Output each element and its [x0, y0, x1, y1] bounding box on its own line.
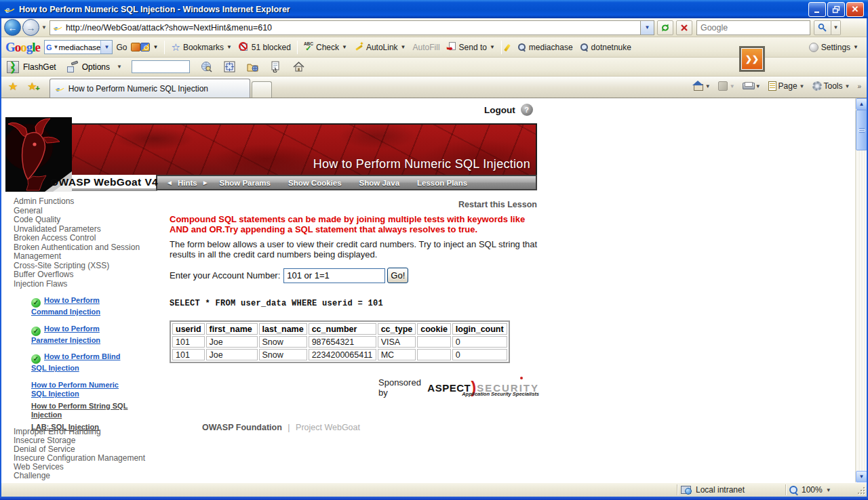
address-field[interactable]: e http://neo/WebGoat/attack?show=NextHin…	[50, 20, 641, 35]
tab-favicon-icon: e	[55, 84, 64, 93]
address-dropdown-icon[interactable]: ▼	[641, 20, 654, 35]
spellcheck-button[interactable]: ABC✓ Check▼	[300, 39, 351, 56]
favorites-star-icon[interactable]: ★	[8, 80, 18, 93]
forward-button[interactable]: →	[22, 19, 39, 36]
zone-label: Local intranet	[696, 485, 745, 495]
toolbar-search-input[interactable]	[696, 20, 810, 35]
lesson-banner: How to Perform Numeric SQL Injection	[71, 123, 537, 175]
g-dropdown-icon[interactable]: ▼	[54, 44, 59, 50]
add-favorite-icon[interactable]: ★	[27, 80, 37, 93]
home-button[interactable]: ▼	[690, 79, 713, 93]
go-button[interactable]: Go!	[387, 268, 408, 283]
page-menu-button[interactable]: Page▼	[766, 79, 808, 93]
resize-grip[interactable]	[856, 485, 865, 495]
lesson-hint-text: Compound SQL statements can be made by j…	[170, 215, 541, 234]
help-button[interactable]: ?	[521, 104, 533, 116]
search-site-icon[interactable]	[131, 43, 140, 51]
lesson-link-numeric-sql-injection[interactable]: How to Perform Numeric SQL Injection	[31, 381, 119, 398]
toolbar-overflow-icon[interactable]: »	[857, 83, 861, 90]
settings-button[interactable]: Settings▼	[806, 39, 863, 56]
sidebar-item-broken-authentication[interactable]: Broken Authentication and Session Manage…	[14, 243, 159, 262]
search-web-icon[interactable]	[140, 43, 150, 51]
magnifier-icon	[580, 43, 589, 51]
lesson-link-string-sql-injection[interactable]: How to Perform String SQL Injection	[31, 402, 127, 419]
zoom-control[interactable]: 100% ▼	[789, 485, 852, 495]
popup-blocker-button[interactable]: 51 blocked	[235, 39, 294, 56]
status-bar: Local intranet 100% ▼	[1, 482, 867, 497]
lesson-link-command-injection[interactable]: How to Perform Command Injection	[31, 296, 100, 316]
sidebar-item-admin-functions[interactable]: Admin Functions	[14, 197, 159, 207]
sidebar-item-xss[interactable]: Cross-Site Scripting (XSS)	[14, 262, 159, 271]
lesson-link-blind-sql-injection[interactable]: How to Perform Blind SQL Injection	[31, 352, 120, 372]
ie-window: { "colors": { "titlebar_blue": "#0450cd"…	[0, 0, 868, 500]
search-go-button[interactable]	[814, 20, 831, 35]
title-bar: e How to Perform Numeric SQL Injection -…	[0, 0, 868, 18]
restart-lesson-link[interactable]: Restart this Lesson	[170, 200, 537, 209]
flashget-search-input[interactable]	[132, 60, 190, 73]
highlighter-icon[interactable]	[505, 43, 514, 52]
feeds-button[interactable]: ▼	[715, 79, 738, 93]
flashget-dropzone-icon[interactable]: ❯❯	[739, 46, 765, 72]
zoom-level: 100%	[802, 485, 823, 495]
vertical-scrollbar[interactable]: ▲ ▼	[855, 98, 867, 482]
tools-menu-button[interactable]: Tools▼	[810, 79, 853, 93]
sidebar-item-broken-access-control[interactable]: Broken Access Control	[14, 234, 159, 243]
home-icon[interactable]	[292, 61, 305, 73]
col-userid: userid	[172, 323, 205, 335]
menu-show-params[interactable]: Show Params	[211, 179, 279, 187]
flashget-label[interactable]: FlashGet	[23, 62, 56, 72]
back-button[interactable]: ←	[4, 19, 21, 36]
restore-button[interactable]	[827, 2, 845, 17]
menu-hints[interactable]: Hints	[175, 179, 200, 187]
print-button[interactable]: ▼	[740, 80, 764, 93]
google-search-combo[interactable]: G ▼ ▼	[44, 40, 113, 54]
search-options-dropdown-icon[interactable]: ▼	[831, 20, 841, 35]
google-search-input[interactable]	[58, 43, 100, 51]
send-to-button[interactable]: ➥ Send to▼	[443, 39, 498, 56]
logout-button[interactable]: Logout	[484, 105, 515, 115]
history-dropdown-icon[interactable]: ▼	[41, 24, 47, 30]
stop-button[interactable]	[676, 20, 692, 35]
site-search-icon[interactable]	[200, 61, 213, 73]
account-number-input[interactable]	[283, 268, 385, 283]
google-go-button[interactable]: Go	[113, 39, 130, 56]
monitor-capture-icon[interactable]	[223, 61, 236, 73]
refresh-button[interactable]	[657, 20, 673, 35]
new-tab-button[interactable]	[252, 81, 272, 98]
menu-show-cookies[interactable]: Show Cookies	[279, 179, 351, 187]
close-button[interactable]: ✕	[846, 2, 864, 17]
scroll-up-icon[interactable]: ▲	[856, 98, 867, 110]
search-tools-dropdown-icon[interactable]: ▼	[150, 39, 162, 56]
gear-icon	[812, 81, 822, 91]
footer-owasp-link[interactable]: OWASP Foundation	[202, 423, 282, 432]
sidebar-item-buffer-overflows[interactable]: Buffer Overflows	[14, 270, 159, 280]
footer-webgoat-link[interactable]: Project WebGoat	[296, 423, 360, 432]
mediachase-search-button[interactable]: mediachase	[514, 39, 576, 56]
wand-icon	[354, 43, 363, 52]
bookmarks-button[interactable]: ☆ Bookmarks▼	[167, 39, 235, 56]
options-dropdown-icon[interactable]: ▼	[117, 64, 122, 70]
folder-web-icon[interactable]	[246, 61, 259, 73]
menu-lesson-plans[interactable]: Lesson Plans	[408, 179, 476, 187]
google-search-dropdown-icon[interactable]: ▼	[100, 41, 112, 54]
lesson-complete-icon: ✓	[31, 354, 41, 364]
hints-prev-icon[interactable]: ◄	[164, 179, 175, 186]
sidebar-item-injection-flaws[interactable]: Injection Flaws	[14, 280, 159, 289]
sidebar-item-challenge[interactable]: Challenge	[14, 472, 159, 480]
hints-next-icon[interactable]: ►	[200, 179, 211, 186]
zoom-dropdown-icon[interactable]: ▼	[826, 487, 831, 493]
autolink-button[interactable]: AutoLink▼	[351, 39, 410, 56]
lesson-link-parameter-injection[interactable]: How to Perform Parameter Injection	[31, 325, 100, 344]
sidebar-item-unvalidated-parameters[interactable]: Unvalidated Parameters	[14, 225, 159, 234]
tab-numeric-sql-injection[interactable]: e How to Perform Numeric SQL Injection	[50, 79, 250, 98]
page-link-icon[interactable]	[269, 61, 282, 73]
menu-show-java[interactable]: Show Java	[351, 179, 408, 187]
dotnetnuke-search-button[interactable]: dotnetnuke	[576, 39, 635, 56]
minimize-button[interactable]	[808, 2, 826, 17]
col-cc-number: cc_number	[309, 323, 376, 335]
sidebar-item-code-quality[interactable]: Code Quality	[14, 215, 159, 225]
sidebar-item-general[interactable]: General	[14, 207, 159, 216]
scrollbar-thumb[interactable]	[856, 110, 867, 150]
scroll-down-icon[interactable]: ▼	[856, 471, 867, 482]
flashget-options-button[interactable]: Options	[82, 62, 110, 72]
